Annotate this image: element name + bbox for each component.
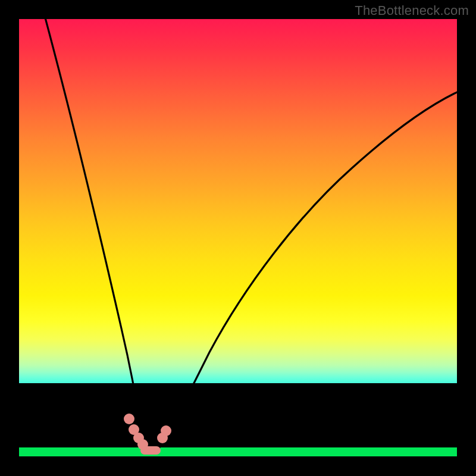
- right-curve: [157, 92, 457, 451]
- outer-frame: TheBottleneck.com: [0, 0, 476, 476]
- marker-dot: [124, 414, 134, 424]
- marker-dot: [161, 425, 171, 436]
- watermark-text: TheBottleneck.com: [355, 3, 469, 18]
- plot-area: [19, 19, 457, 457]
- left-curve: [45, 19, 147, 452]
- marker-dot: [137, 439, 148, 450]
- curve-layer: [19, 19, 457, 457]
